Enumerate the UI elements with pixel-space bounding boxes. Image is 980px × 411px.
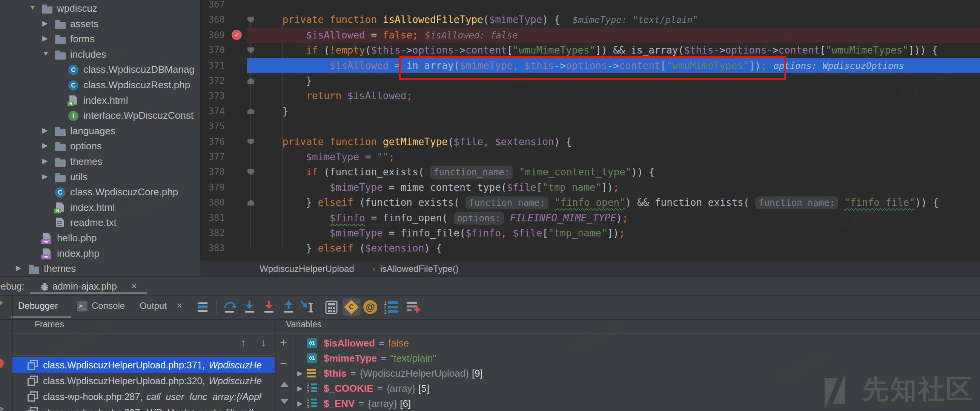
session-close-icon[interactable]: × [131, 280, 137, 292]
expand-arrow-icon[interactable]: ▶ [293, 384, 307, 392]
variable-row[interactable]: ▶123$_COOKIE={array}[5] [293, 381, 980, 396]
expand-arrow-icon[interactable]: ▶ [42, 19, 48, 27]
svg-text:3: 3 [384, 309, 387, 314]
fold-marker-icon[interactable] [247, 17, 254, 23]
tree-item-interface.WpDiscuzConst[interactable]: Iinterface.WpDiscuzConst [0, 108, 200, 123]
tree-item-class.WpdiscuzDBManag[interactable]: Cclass.WpdiscuzDBManag [0, 62, 200, 77]
frame-location: class.WpdiscuzHelperUpload.php:320, [43, 376, 205, 387]
frame-down-icon[interactable]: ↓ [261, 337, 266, 349]
expand-arrow-icon[interactable]: ▶ [16, 263, 22, 272]
expand-arrow-icon[interactable]: ▶ [42, 172, 48, 181]
show-execution-point-icon[interactable] [196, 300, 210, 314]
code-text: } [259, 73, 312, 88]
tree-item-index.php[interactable]: PHPindex.php [0, 246, 200, 261]
variable-row[interactable]: 01$isAllowed=false [293, 336, 980, 351]
tab-debugger[interactable]: Debugger [18, 300, 58, 311]
fold-marker-icon[interactable] [247, 108, 254, 114]
code-line-369: 369✓ $isAllowed = false;$isAllowed: fals… [200, 27, 980, 43]
frame-row[interactable]: class-wp-hook.php:287,WP_Hook->apply_fil… [13, 405, 275, 411]
frame-row[interactable]: class-wp-hook.php:287,call_user_func_arr… [13, 389, 275, 405]
run-to-cursor-icon[interactable] [300, 300, 313, 314]
code-editor[interactable]: 367368 private function isAllowedFileTyp… [200, 0, 980, 260]
tree-item-readme.txt[interactable]: readme.txt [0, 215, 200, 230]
at-mentions-icon[interactable]: @ [363, 300, 377, 314]
tree-item-class.WpdiscuzCore.php[interactable]: Cclass.WpdiscuzCore.php [0, 184, 200, 200]
tree-item-assets[interactable]: ▶assets [0, 16, 200, 31]
code-line-381: 381 $finfo = finfo_open( options: FILEIN… [200, 210, 980, 225]
tree-item-index.html[interactable]: Hindex.html [0, 200, 200, 215]
expand-arrow-icon[interactable]: ▶ [293, 369, 307, 378]
variable-name: $isAllowed [324, 338, 375, 349]
expand-arrow-icon[interactable]: ▶ [42, 126, 48, 135]
frame-up-icon[interactable]: ↑ [241, 337, 246, 349]
tree-item-themes[interactable]: ▶themes [0, 261, 200, 276]
fold-marker-icon[interactable] [247, 47, 254, 53]
breadcrumb-method[interactable]: isAllowedFileType() [380, 263, 459, 274]
line-number: 368 [200, 12, 225, 27]
remove-watch-minus-icon[interactable]: − [280, 358, 287, 369]
resume-icon[interactable] [0, 298, 3, 307]
primitive-value-icon: 01 [307, 353, 318, 363]
tree-item-label: index.html [83, 95, 128, 106]
breakpoint-icon[interactable]: ✓ [232, 30, 242, 40]
expand-arrow-icon[interactable]: ▶ [42, 141, 48, 150]
variable-row[interactable]: ▶$this={WpdiscuzHelperUpload}[9] [293, 366, 980, 381]
move-up-icon[interactable] [280, 382, 289, 387]
step-out-icon[interactable] [282, 300, 295, 314]
folder-icon [55, 125, 67, 136]
frame-location: class-wp-hook.php:287, [43, 391, 143, 402]
tree-item-languages[interactable]: ▶languages [0, 123, 200, 138]
code-text: $finfo = finfo_open( options: FILEINFO_M… [259, 210, 628, 225]
tree-item-themes[interactable]: ▶themes [0, 154, 200, 169]
output-close-icon[interactable]: × [177, 300, 182, 311]
code-line-377: 377 $mimeType = ""; [200, 149, 980, 164]
variable-row[interactable]: 01$mimeType="text/plain" [293, 351, 980, 366]
tree-item-hello.php[interactable]: PHPhello.php [0, 230, 200, 246]
tab-console[interactable]: Console [92, 300, 125, 311]
frame-row[interactable]: class.WpdiscuzHelperUpload.php:320,Wpdis… [13, 373, 275, 389]
frame-row[interactable]: class.WpdiscuzHelperUpload.php:371,Wpdis… [13, 357, 275, 373]
stop-icon[interactable] [0, 358, 4, 368]
variables-header: Variables [286, 319, 321, 330]
primitive-value-icon: 01 [307, 338, 318, 348]
code-text: } [259, 104, 288, 119]
tab-output[interactable]: Output [140, 300, 167, 311]
force-step-into-icon[interactable] [262, 300, 275, 314]
expand-arrow-icon[interactable]: ▶ [42, 34, 48, 43]
tree-item-forms[interactable]: ▶forms [0, 31, 200, 46]
add-watch-plus-icon[interactable]: + [280, 337, 287, 348]
breadcrumb-class[interactable]: WpdiscuzHelperUpload [259, 263, 354, 274]
tree-item-wpdiscuz[interactable]: ▼wpdiscuz [0, 1, 200, 16]
fold-marker-icon[interactable] [247, 169, 254, 175]
c-diamond-icon[interactable]: C [342, 298, 361, 316]
stack-frame-icon [27, 376, 38, 386]
variable-row[interactable]: ▶123$_ENV={array}[6] [293, 396, 980, 411]
expand-arrow-icon[interactable]: ▶ [42, 157, 48, 165]
fold-marker-icon[interactable] [247, 139, 254, 145]
breadcrumb-separator-icon: › [372, 263, 375, 274]
tree-item-class.WpdiscuzRest.php[interactable]: Cclass.WpdiscuzRest.php [0, 77, 200, 92]
code-text: } elseif ($extension) { [259, 241, 442, 255]
tree-item-options[interactable]: ▶options [0, 138, 200, 154]
code-text: if (function_exists( function_name: "mim… [259, 164, 655, 179]
tree-item-includes[interactable]: ▼includes [0, 47, 200, 62]
mute-chevron-icon[interactable]: > [0, 403, 3, 411]
folder-icon [55, 49, 67, 60]
move-down-icon[interactable] [280, 399, 289, 404]
step-over-icon[interactable] [223, 300, 236, 314]
debug-session-tab[interactable]: admin-ajax.php [52, 281, 117, 292]
tree-item-label: includes [70, 49, 106, 60]
tree-item-index.html[interactable]: Hindex.html [0, 93, 200, 108]
expand-arrow-icon[interactable]: ▶ [293, 399, 307, 408]
evaluate-expression-icon[interactable] [325, 300, 339, 314]
numbered-list-icon[interactable]: 123 [383, 300, 397, 314]
tree-item-utils[interactable]: ▶utils [0, 169, 200, 184]
fold-marker-icon[interactable] [247, 78, 254, 84]
collapse-arrow-icon[interactable]: ▼ [42, 49, 49, 58]
tree-item-label: readme.txt [70, 217, 116, 229]
collapse-arrow-icon[interactable]: ▼ [29, 3, 36, 12]
step-into-icon[interactable] [242, 300, 256, 314]
add-watch-icon[interactable] [406, 300, 420, 314]
equals-sign: = [350, 368, 356, 379]
fold-marker-icon[interactable] [247, 200, 254, 205]
